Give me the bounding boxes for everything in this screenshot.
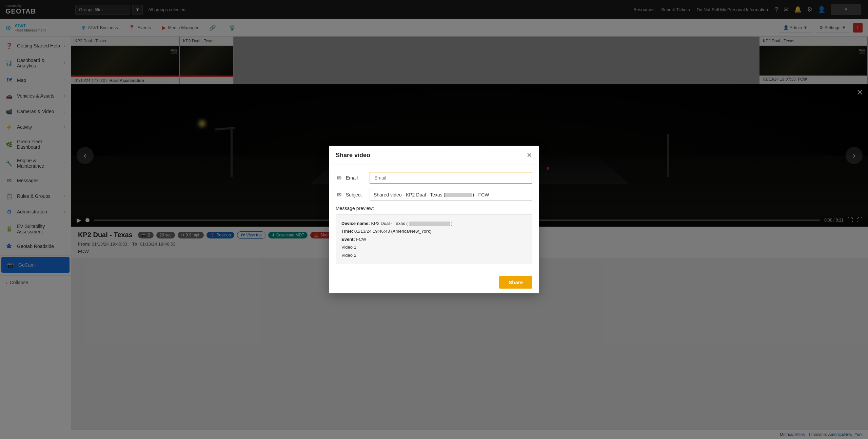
modal-overlay[interactable]: Share video ✕ ✉ Email ✉ Subject Shared v… [0, 0, 868, 439]
modal-header: Share video ✕ [329, 146, 539, 165]
email-icon: ✉ [336, 175, 342, 181]
subject-label: Subject [346, 192, 366, 197]
preview-video2: Video 2 [341, 251, 527, 259]
preview-time: Time: 01/13/24 19:46:43 (America/New_Yor… [341, 227, 527, 235]
email-label: Email [346, 175, 366, 181]
message-preview-label: Message preview: [336, 206, 532, 211]
message-preview-box: Device name: KP2 Dual - Texas () Time: 0… [336, 214, 532, 264]
preview-video1: Video 1 [341, 243, 527, 251]
share-video-modal: Share video ✕ ✉ Email ✉ Subject Shared v… [329, 146, 539, 293]
subject-input-wrapper: Shared video - KP2 Dual - Texas () - FCW [370, 189, 532, 201]
preview-device-name: Device name: KP2 Dual - Texas () [341, 220, 527, 227]
modal-footer: Share [329, 271, 539, 293]
modal-close-button[interactable]: ✕ [527, 151, 532, 159]
subject-field-row: ✉ Subject Shared video - KP2 Dual - Texa… [336, 189, 532, 201]
modal-title: Share video [336, 152, 370, 159]
share-button[interactable]: Share [499, 276, 532, 289]
device-name-label: Device name: [341, 221, 370, 226]
time-label: Time: [341, 229, 353, 234]
email-input[interactable] [370, 172, 532, 184]
subject-icon: ✉ [336, 192, 342, 198]
time-value: 01/13/24 19:46:43 (America/New_York) [354, 229, 431, 234]
message-preview-section: Message preview: Device name: KP2 Dual -… [336, 206, 532, 264]
preview-event: Event: FCW [341, 235, 527, 243]
device-name-value: KP2 Dual - Texas ( [371, 221, 408, 226]
device-name-suffix: ) [451, 221, 453, 226]
modal-body: ✉ Email ✉ Subject Shared video - KP2 Dua… [329, 165, 539, 271]
email-field-row: ✉ Email [336, 172, 532, 184]
event-value: FCW [356, 237, 366, 242]
device-name-blurred [409, 222, 450, 226]
subject-input[interactable] [370, 189, 532, 201]
event-label: Event: [341, 237, 355, 242]
